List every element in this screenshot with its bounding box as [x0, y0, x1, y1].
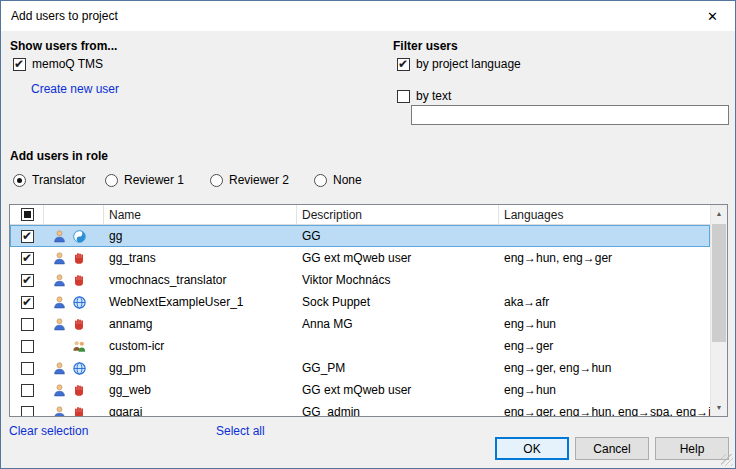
user-description: Anna MG: [297, 313, 499, 335]
show-users-from-label: Show users from...: [10, 39, 117, 53]
user-languages: eng→hun: [499, 379, 710, 401]
user-name: vmochnacs_translator: [104, 269, 297, 291]
person-icon: [51, 404, 67, 416]
scrollbar-thumb[interactable]: [712, 224, 726, 342]
table-row[interactable]: vmochnacs_translatorViktor Mochnács: [10, 269, 710, 291]
user-name: gg_pm: [104, 357, 297, 379]
table-row[interactable]: ggGG: [10, 225, 710, 247]
description-column-header[interactable]: Description: [297, 205, 499, 224]
user-languages: [499, 269, 710, 291]
vertical-scrollbar[interactable]: ▲ ▼: [710, 205, 727, 416]
name-column-header[interactable]: Name: [104, 205, 297, 224]
icons-header-cell: [44, 205, 104, 224]
role-radio-reviewer2[interactable]: Reviewer 2: [210, 173, 289, 187]
add-users-dialog: Add users to project ✕ Show users from..…: [0, 0, 736, 469]
by-project-language-checkbox[interactable]: [397, 58, 410, 71]
close-icon[interactable]: ✕: [690, 1, 735, 31]
row-checkbox[interactable]: [21, 274, 34, 287]
row-checkbox[interactable]: [21, 362, 34, 375]
by-project-language-label: by project language: [416, 57, 521, 71]
role-radio-reviewer1[interactable]: Reviewer 1: [105, 173, 184, 187]
user-name: gg: [104, 225, 297, 247]
role-radio-none[interactable]: None: [314, 173, 362, 187]
cancel-button[interactable]: Cancel: [575, 437, 649, 460]
user-description: GG ext mQweb user: [297, 247, 499, 269]
user-name: ggarai: [104, 401, 297, 416]
user-languages: eng→ger, eng→hun, eng→spa, eng→jpn: [499, 401, 710, 416]
help-button[interactable]: Help: [655, 437, 729, 460]
person-icon: [51, 250, 67, 266]
user-table: Name Description Languages ggGGgg_transG…: [9, 204, 728, 417]
by-text-checkbox-row[interactable]: by text: [397, 89, 451, 103]
memoq-tms-label: memoQ TMS: [32, 57, 103, 71]
person-icon: [51, 382, 67, 398]
user-languages: eng→ger, eng→hun: [499, 357, 710, 379]
user-description: Viktor Mochnács: [297, 269, 499, 291]
row-checkbox[interactable]: [21, 296, 34, 309]
hand-icon: [71, 404, 87, 416]
empty-icon-slot: [51, 338, 67, 354]
table-row[interactable]: WebNextExampleUser_1Sock Puppetaka→afr: [10, 291, 710, 313]
memoq-tms-checkbox[interactable]: [13, 58, 26, 71]
reviewer2-radio-label: Reviewer 2: [229, 173, 289, 187]
sync-icon: [71, 228, 87, 244]
user-description: [297, 335, 499, 357]
table-row[interactable]: ggaraiGG_admineng→ger, eng→hun, eng→spa,…: [10, 401, 710, 416]
user-name: gg_web: [104, 379, 297, 401]
row-checkbox[interactable]: [21, 252, 34, 265]
row-checkbox[interactable]: [21, 384, 34, 397]
table-row[interactable]: annamgAnna MGeng→hun: [10, 313, 710, 335]
hand-icon: [71, 382, 87, 398]
user-name: WebNextExampleUser_1: [104, 291, 297, 313]
filter-users-label: Filter users: [393, 39, 458, 53]
select-all-header-cell[interactable]: [10, 205, 44, 224]
hand-icon: [71, 250, 87, 266]
row-checkbox[interactable]: [21, 340, 34, 353]
user-languages: eng→ger: [499, 335, 710, 357]
clear-selection-link[interactable]: Clear selection: [9, 424, 88, 438]
reviewer1-radio[interactable]: [105, 174, 118, 187]
create-new-user-link[interactable]: Create new user: [31, 82, 119, 96]
group-icon: [71, 338, 87, 354]
user-description: GG_PM: [297, 357, 499, 379]
scroll-up-icon[interactable]: ▲: [711, 205, 727, 222]
ok-button[interactable]: OK: [495, 437, 569, 460]
table-row[interactable]: gg_webGG ext mQweb usereng→hun: [10, 379, 710, 401]
select-all-checkbox[interactable]: [21, 208, 34, 221]
row-checkbox[interactable]: [21, 406, 34, 417]
table-row[interactable]: custom-icreng→ger: [10, 335, 710, 357]
resize-grip[interactable]: [721, 454, 733, 466]
translator-radio-label: Translator: [32, 173, 86, 187]
table-row[interactable]: gg_transGG ext mQweb usereng→hun, eng→ge…: [10, 247, 710, 269]
person-icon: [51, 316, 67, 332]
globe-icon: [71, 360, 87, 376]
user-description: GG ext mQweb user: [297, 379, 499, 401]
user-table-header: Name Description Languages: [10, 205, 710, 225]
dialog-title: Add users to project: [1, 9, 118, 23]
user-table-body: ggGGgg_transGG ext mQweb usereng→hun, en…: [10, 225, 710, 416]
select-all-link[interactable]: Select all: [216, 424, 265, 438]
text-filter-input[interactable]: [411, 105, 729, 125]
title-bar: Add users to project ✕: [1, 1, 735, 31]
by-project-language-checkbox-row[interactable]: by project language: [397, 57, 521, 71]
translator-radio[interactable]: [13, 174, 26, 187]
add-users-in-role-label: Add users in role: [10, 149, 108, 163]
by-text-label: by text: [416, 89, 451, 103]
user-name: gg_trans: [104, 247, 297, 269]
person-icon: [51, 294, 67, 310]
scroll-down-icon[interactable]: ▼: [711, 399, 727, 416]
user-languages: [499, 225, 710, 247]
by-text-checkbox[interactable]: [397, 90, 410, 103]
role-radio-translator[interactable]: Translator: [13, 173, 86, 187]
reviewer2-radio[interactable]: [210, 174, 223, 187]
table-row[interactable]: gg_pmGG_PMeng→ger, eng→hun: [10, 357, 710, 379]
person-icon: [51, 272, 67, 288]
user-languages: eng→hun: [499, 313, 710, 335]
row-checkbox[interactable]: [21, 318, 34, 331]
languages-column-header[interactable]: Languages: [499, 205, 710, 224]
user-name: annamg: [104, 313, 297, 335]
row-checkbox[interactable]: [21, 230, 34, 243]
none-radio[interactable]: [314, 174, 327, 187]
user-name: custom-icr: [104, 335, 297, 357]
memoq-tms-checkbox-row[interactable]: memoQ TMS: [13, 57, 103, 71]
